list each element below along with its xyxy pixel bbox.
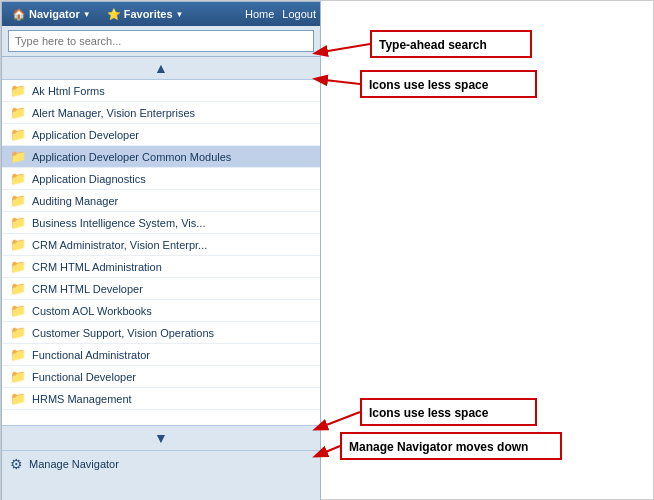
folder-icon: 📁: [10, 303, 26, 318]
favorites-menu[interactable]: ⭐ Favorites ▼: [101, 6, 190, 23]
svg-rect-6: [361, 399, 536, 425]
menu-list: 📁Ak Html Forms📁Alert Manager, Vision Ent…: [2, 80, 320, 425]
collapse-row-bottom: ▼: [2, 425, 320, 451]
menu-item[interactable]: 📁Business Intelligence System, Vis...: [2, 212, 320, 234]
menu-item-label: CRM HTML Administration: [32, 261, 162, 273]
menu-item[interactable]: 📁Auditing Manager: [2, 190, 320, 212]
menu-item[interactable]: 📁Functional Developer: [2, 366, 320, 388]
svg-text:Type-ahead search: Type-ahead search: [379, 38, 487, 52]
folder-icon: 📁: [10, 237, 26, 252]
menu-item[interactable]: 📁Application Developer Common Modules: [2, 146, 320, 168]
navigator-menu[interactable]: 🏠 Navigator ▼: [6, 6, 97, 23]
navigator-dropdown-arrow: ▼: [83, 10, 91, 19]
folder-icon: 📁: [10, 193, 26, 208]
menu-item-label: CRM Administrator, Vision Enterpr...: [32, 239, 207, 251]
search-input[interactable]: [8, 30, 314, 52]
navigator-label: Navigator: [29, 8, 80, 20]
menu-item[interactable]: 📁Functional Administrator: [2, 344, 320, 366]
folder-icon: 📁: [10, 281, 26, 296]
menu-item-label: Alert Manager, Vision Enterprises: [32, 107, 195, 119]
menu-item-label: Ak Html Forms: [32, 85, 105, 97]
svg-rect-0: [371, 31, 531, 57]
svg-line-2: [316, 44, 370, 53]
svg-rect-3: [361, 71, 536, 97]
collapse-icon-bottom[interactable]: ▼: [154, 430, 168, 446]
menu-item-label: Application Developer Common Modules: [32, 151, 231, 163]
navigator-panel: 🏠 Navigator ▼ ⭐ Favorites ▼ Home Logout: [1, 1, 321, 500]
menu-item[interactable]: 📁HRMS Management: [2, 388, 320, 410]
svg-rect-9: [341, 433, 561, 459]
folder-icon: 📁: [10, 369, 26, 384]
menu-item[interactable]: 📁Application Diagnostics: [2, 168, 320, 190]
manage-navigator-icon: ⚙: [10, 456, 23, 472]
svg-text:Icons use less space: Icons use less space: [369, 406, 489, 420]
menu-item[interactable]: 📁Ak Html Forms: [2, 80, 320, 102]
navigator-home-icon: 🏠: [12, 8, 26, 21]
menu-item[interactable]: 📁Application Developer: [2, 124, 320, 146]
menu-item-label: Application Diagnostics: [32, 173, 146, 185]
folder-icon: 📁: [10, 127, 26, 142]
logout-link[interactable]: Logout: [282, 8, 316, 20]
menu-item[interactable]: 📁Custom AOL Workbooks: [2, 300, 320, 322]
menu-item[interactable]: 📁CRM HTML Administration: [2, 256, 320, 278]
menu-item-label: Application Developer: [32, 129, 139, 141]
content-area: 🏠 Navigator ▼ ⭐ Favorites ▼ Home Logout: [1, 1, 654, 500]
svg-line-5: [316, 79, 360, 84]
menu-item[interactable]: 📁Customer Support, Vision Operations: [2, 322, 320, 344]
svg-line-8: [316, 412, 360, 429]
favorites-icon: ⭐: [107, 8, 121, 21]
menu-item-label: Customer Support, Vision Operations: [32, 327, 214, 339]
menu-item-label: CRM HTML Developer: [32, 283, 143, 295]
folder-icon: 📁: [10, 347, 26, 362]
manage-navigator-label: Manage Navigator: [29, 458, 119, 470]
manage-navigator[interactable]: ⚙ Manage Navigator: [2, 451, 320, 477]
menu-item-label: Business Intelligence System, Vis...: [32, 217, 205, 229]
favorites-dropdown-arrow: ▼: [176, 10, 184, 19]
collapse-icon-top[interactable]: ▲: [154, 60, 168, 76]
home-link[interactable]: Home: [245, 8, 274, 20]
menu-item[interactable]: 📁CRM Administrator, Vision Enterpr...: [2, 234, 320, 256]
menu-item[interactable]: 📁CRM HTML Developer: [2, 278, 320, 300]
menu-item[interactable]: 📁Alert Manager, Vision Enterprises: [2, 102, 320, 124]
folder-icon: 📁: [10, 215, 26, 230]
favorites-label: Favorites: [124, 8, 173, 20]
svg-text:Manage Navigator moves down: Manage Navigator moves down: [349, 440, 528, 454]
folder-icon: 📁: [10, 171, 26, 186]
folder-icon: 📁: [10, 391, 26, 406]
menu-item-label: Functional Developer: [32, 371, 136, 383]
nav-bar-right: Home Logout: [245, 8, 316, 20]
collapse-row-top: ▲: [2, 57, 320, 80]
menu-item-label: Custom AOL Workbooks: [32, 305, 152, 317]
folder-icon: 📁: [10, 105, 26, 120]
search-container: [2, 26, 320, 57]
folder-icon: 📁: [10, 149, 26, 164]
svg-text:Icons use less space: Icons use less space: [369, 78, 489, 92]
menu-item-label: Auditing Manager: [32, 195, 118, 207]
folder-icon: 📁: [10, 83, 26, 98]
screenshot-wrapper: 🏠 Navigator ▼ ⭐ Favorites ▼ Home Logout: [0, 0, 654, 500]
folder-icon: 📁: [10, 259, 26, 274]
nav-bar: 🏠 Navigator ▼ ⭐ Favorites ▼ Home Logout: [2, 2, 320, 26]
menu-item-label: HRMS Management: [32, 393, 132, 405]
menu-item-label: Functional Administrator: [32, 349, 150, 361]
folder-icon: 📁: [10, 325, 26, 340]
